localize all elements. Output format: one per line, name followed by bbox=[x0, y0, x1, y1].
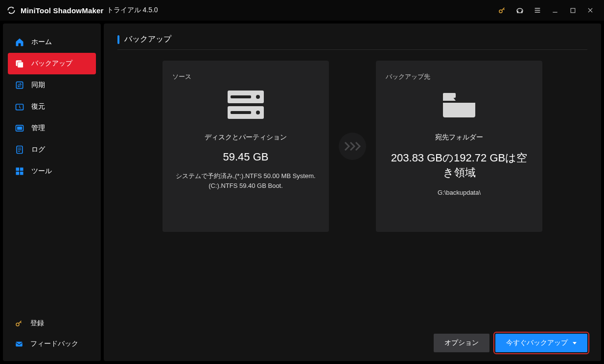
help-icon[interactable] bbox=[512, 2, 528, 18]
manage-icon bbox=[15, 123, 24, 133]
svg-point-13 bbox=[16, 323, 19, 326]
sidebar-item-manage[interactable]: 管理 bbox=[3, 117, 101, 139]
source-detail: システムで予約済み,(*:).NTFS 50.00 MB System. (C:… bbox=[176, 171, 315, 190]
destination-card[interactable]: バックアップ先 宛先フォルダー 203.83 GBの192.72 GBは空き領域… bbox=[376, 61, 542, 232]
disk-icon bbox=[227, 87, 265, 122]
sidebar-item-sync[interactable]: 同期 bbox=[3, 74, 101, 96]
sidebar-item-restore[interactable]: 復元 bbox=[3, 96, 101, 117]
page-title: バックアップ bbox=[124, 34, 171, 45]
titlebar: MiniTool ShadowMaker トライアル 4.5.0 bbox=[0, 0, 604, 21]
svg-rect-10 bbox=[20, 168, 23, 171]
feedback-mail-icon bbox=[15, 340, 23, 348]
svg-rect-9 bbox=[16, 168, 20, 171]
sidebar-item-label: バックアップ bbox=[31, 59, 72, 68]
svg-rect-11 bbox=[16, 172, 20, 175]
source-size: 59.45 GB bbox=[223, 151, 269, 163]
sidebar-item-tools[interactable]: ツール bbox=[3, 160, 101, 182]
svg-rect-4 bbox=[16, 82, 23, 88]
sidebar-item-label: 同期 bbox=[31, 81, 45, 90]
backup-icon bbox=[15, 59, 24, 68]
svg-rect-16 bbox=[231, 95, 251, 98]
sidebar-register[interactable]: 登録 bbox=[3, 313, 101, 334]
dest-detail: G:\backupdata\ bbox=[438, 188, 481, 198]
sidebar-item-label: ログ bbox=[31, 145, 45, 154]
options-button-label: オプション bbox=[444, 339, 479, 347]
source-card[interactable]: ソース ディスクとパーティション 59.45 GB システムで予約済み,(*:)… bbox=[163, 61, 329, 232]
maximize-button[interactable] bbox=[565, 2, 581, 18]
sidebar-item-label: ツール bbox=[31, 167, 52, 176]
svg-point-0 bbox=[499, 10, 502, 13]
backup-now-button[interactable]: 今すぐバックアップ bbox=[495, 334, 587, 352]
main-panel: バックアップ ソース ディスクとパーティション 59.45 GB bbox=[104, 23, 601, 361]
dest-type: 宛先フォルダー bbox=[435, 133, 483, 142]
page-header: バックアップ bbox=[117, 34, 587, 50]
source-type: ディスクとパーティション bbox=[205, 133, 287, 142]
backup-now-button-label: 今すぐバックアップ bbox=[506, 339, 568, 347]
svg-rect-22 bbox=[443, 101, 475, 103]
sync-icon bbox=[15, 80, 24, 90]
home-icon bbox=[15, 37, 24, 47]
sidebar-item-log[interactable]: ログ bbox=[3, 139, 101, 160]
arrow-chevrons-icon bbox=[339, 133, 366, 160]
svg-rect-3 bbox=[18, 62, 23, 68]
close-button[interactable] bbox=[582, 2, 598, 18]
register-key-icon bbox=[15, 319, 23, 328]
minimize-button[interactable] bbox=[547, 2, 563, 18]
dest-size: 203.83 GBの192.72 GBは空き領域 bbox=[386, 151, 533, 180]
sidebar-item-label: ホーム bbox=[31, 38, 52, 46]
log-icon bbox=[15, 145, 24, 155]
tools-icon bbox=[15, 166, 24, 176]
sidebar-item-home[interactable]: ホーム bbox=[3, 31, 101, 53]
svg-rect-14 bbox=[16, 342, 23, 347]
options-button[interactable]: オプション bbox=[434, 334, 489, 352]
app-edition: トライアル 4.5.0 bbox=[107, 6, 158, 15]
sidebar-feedback-label: フィードバック bbox=[30, 340, 78, 348]
sidebar-register-label: 登録 bbox=[30, 319, 44, 328]
svg-rect-19 bbox=[231, 111, 251, 114]
sidebar: ホーム バックアップ 同期 復元 bbox=[3, 23, 101, 361]
dropdown-caret-icon bbox=[573, 342, 577, 344]
svg-point-20 bbox=[256, 111, 260, 114]
license-key-icon[interactable] bbox=[494, 2, 510, 18]
dest-card-caption: バックアップ先 bbox=[386, 72, 430, 81]
sidebar-feedback[interactable]: フィードバック bbox=[3, 334, 101, 354]
sidebar-item-label: 復元 bbox=[31, 102, 45, 111]
restore-icon bbox=[15, 102, 24, 112]
app-logo-icon bbox=[6, 5, 17, 16]
sidebar-item-backup[interactable]: バックアップ bbox=[8, 53, 96, 74]
page-title-accent bbox=[117, 35, 119, 44]
source-card-caption: ソース bbox=[172, 72, 191, 81]
app-name: MiniTool ShadowMaker bbox=[21, 6, 104, 15]
menu-icon[interactable] bbox=[530, 2, 545, 18]
svg-rect-21 bbox=[443, 93, 456, 98]
sidebar-item-label: 管理 bbox=[31, 124, 45, 133]
svg-point-17 bbox=[256, 95, 260, 99]
folder-icon bbox=[441, 87, 477, 122]
svg-rect-7 bbox=[17, 127, 22, 130]
svg-rect-1 bbox=[571, 8, 575, 13]
svg-rect-12 bbox=[20, 172, 23, 175]
